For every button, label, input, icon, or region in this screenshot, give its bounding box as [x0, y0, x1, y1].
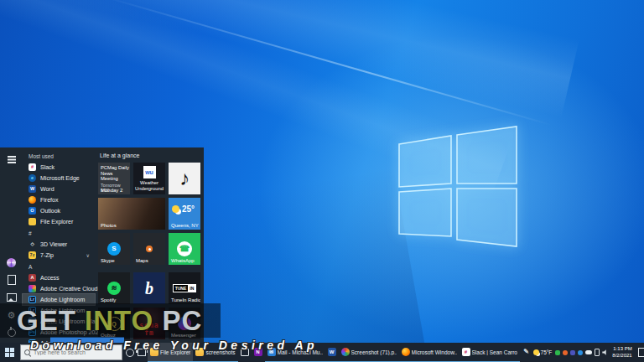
app-list-item-adobe-creative-cloud[interactable]: Adobe Creative Cloud	[23, 283, 95, 294]
app-list-item-outlook[interactable]: OOutlook	[23, 205, 95, 216]
creative-cloud-icon	[29, 285, 36, 292]
app-list-item-3d-viewer[interactable]: ◇3D Viewer	[23, 239, 95, 250]
watermark-text: GET INTO PC	[17, 307, 202, 334]
word-icon: W	[328, 348, 336, 356]
windows-logo	[394, 124, 522, 251]
app-list-item-microsoft-edge[interactable]: eMicrosoft Edge	[23, 173, 95, 184]
app-list-item-7-zip[interactable]: 7z7-Zip∨	[23, 250, 95, 261]
app-label: Microsoft Edge	[40, 175, 80, 181]
weather-underground-logo-icon: wu	[143, 166, 156, 178]
weather-location: Queens, NY	[171, 223, 199, 228]
tile-label: WhatsApp	[171, 258, 195, 263]
app-list-section-header-[interactable]: #	[23, 229, 95, 238]
skype-logo-icon: S	[107, 242, 121, 256]
tile-tunein[interactable]: TUNEINTuneIn Radio	[169, 272, 200, 304]
taskbar-button-pen-tool[interactable]: ✎	[520, 343, 533, 362]
tile-photos[interactable]: Photos	[98, 198, 165, 230]
tile-label: TuneIn Radio	[171, 297, 200, 303]
app-list-item-firefox[interactable]: Firefox	[23, 194, 95, 205]
tile-whatsapp[interactable]: ☎WhatsApp	[169, 233, 200, 265]
tile-bandcamp[interactable]: b	[133, 272, 165, 304]
tile-weather[interactable]: 25°Queens, NY	[169, 198, 200, 230]
app-list-item-slack[interactable]: #Slack	[23, 162, 95, 173]
tray-cloud-icon[interactable]	[585, 350, 592, 354]
app-list-item-file-explorer[interactable]: File Explorer	[23, 216, 95, 227]
tile-group-1: PCMag DailyNews MeetingTomorrow 9:00AMMo…	[98, 163, 200, 265]
account-button[interactable]	[6, 257, 18, 267]
slack-icon: #	[462, 348, 470, 356]
system-tray: 75°F 1:13 PM 8/2/2021	[533, 343, 644, 362]
maps-logo-icon	[146, 246, 153, 252]
app-label: Outlook	[40, 208, 60, 214]
pictures-icon	[7, 293, 17, 302]
tray-speaker-icon[interactable]	[602, 349, 608, 355]
edge-icon: e	[29, 174, 36, 182]
action-center-button[interactable]	[636, 348, 644, 357]
pictures-button[interactable]	[6, 292, 18, 303]
expand-menu-button[interactable]	[6, 154, 18, 164]
watermark-subtext: Download Free Your Desired Ap	[30, 339, 318, 352]
weather-sun-icon	[533, 349, 539, 355]
tile-groove-music[interactable]: ♪	[169, 163, 200, 194]
tile-label: Spotify	[101, 297, 116, 303]
tray-temperature: 75°F	[541, 349, 553, 355]
firefox-icon	[402, 348, 410, 356]
lightroom-icon: Lr	[29, 296, 36, 303]
tray-teams-icon[interactable]	[570, 350, 575, 355]
spotify-logo-icon: ≋	[107, 282, 121, 295]
tile-calendar[interactable]: PCMag DailyNews MeetingTomorrow 9:00AMMo…	[98, 163, 130, 194]
taskbar-button-label: Microsoft Window...	[412, 349, 457, 355]
weather-tray-button[interactable]: 75°F	[533, 349, 554, 355]
watermark-band: GET INTO PC	[0, 303, 221, 338]
app-list-item-word[interactable]: WWord	[23, 184, 95, 194]
weather-sun-cloud-icon	[172, 205, 179, 213]
tile-label: Skype	[101, 258, 115, 263]
slack-icon: #	[29, 163, 36, 171]
tile-label: Maps	[136, 258, 148, 263]
access-icon: A	[29, 274, 36, 282]
tile-spotify[interactable]: ≋Spotify	[98, 272, 130, 304]
start-button[interactable]	[0, 343, 18, 362]
tray-green-icon[interactable]	[555, 350, 560, 355]
whatsapp-logo-icon: ☎	[177, 241, 192, 256]
hamburger-icon	[8, 156, 16, 158]
groove-music-logo-icon: ♪	[179, 168, 190, 189]
bandcamp-logo-icon: b	[145, 280, 153, 297]
app-list-section-header-a[interactable]: A	[23, 262, 95, 272]
documents-button[interactable]	[6, 275, 18, 285]
app-label: Word	[40, 186, 55, 192]
app-label: 3D Viewer	[40, 241, 67, 247]
tiles-section-header: Life at a glance	[100, 153, 200, 158]
outlook-icon: O	[29, 207, 36, 215]
tile-maps[interactable]: Maps	[133, 233, 165, 265]
tunein-logo-icon: TUNEIN	[173, 284, 197, 292]
app-label: Adobe Creative Cloud	[40, 286, 98, 292]
tray-blue-icon[interactable]	[578, 350, 583, 355]
taskbar-clock[interactable]: 1:13 PM 8/2/2021	[610, 346, 634, 359]
tray-time: 1:13 PM	[612, 346, 631, 353]
tray-date: 8/2/2021	[612, 353, 631, 359]
app-label: Access	[40, 275, 60, 281]
tile-label: Photos	[101, 223, 117, 228]
tile-weather-underground[interactable]: wuWeather Underground	[133, 163, 165, 194]
app-list-section-header-most-used[interactable]: Most used	[23, 152, 95, 161]
weather-temperature: 25°	[182, 204, 195, 214]
tray-orange-icon[interactable]	[563, 350, 568, 355]
taskbar-button-firefox-window[interactable]: Microsoft Window...	[399, 343, 460, 362]
firefox-icon	[29, 196, 36, 204]
taskbar-button-photos-screenshot[interactable]: Screenshot (71).p...	[339, 343, 399, 362]
tray-phone-icon[interactable]	[595, 349, 600, 356]
7zip-icon: 7z	[29, 251, 36, 259]
windows-start-icon	[5, 348, 14, 357]
taskbar-button-word-app[interactable]: W	[325, 343, 339, 362]
tray-icons	[555, 349, 608, 356]
taskbar-button-slack-window[interactable]: #Slack | Sean Carrol...	[460, 343, 520, 362]
file-explorer-icon	[29, 218, 36, 225]
tile-skype[interactable]: SSkype	[98, 233, 130, 265]
app-label: 7-Zip	[40, 252, 54, 258]
app-list-item-access[interactable]: AAccess	[23, 272, 95, 283]
tile-label: Monday 2	[101, 188, 122, 193]
app-label: File Explorer	[40, 219, 73, 225]
account-avatar-icon	[7, 258, 16, 267]
app-label: Adobe Lightroom	[40, 297, 85, 303]
